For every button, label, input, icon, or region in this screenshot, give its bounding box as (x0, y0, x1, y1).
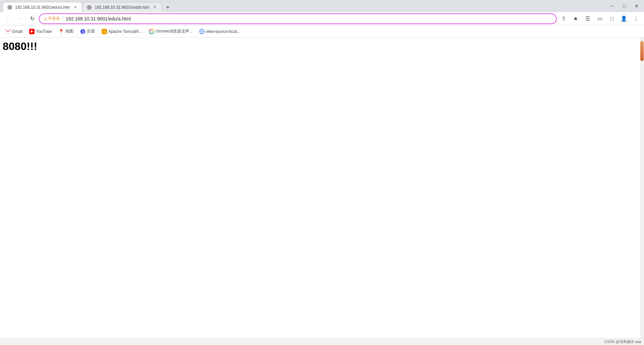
browser-window: 192.168.10.31:9001/edu/a.htm ✕ 192.168.1… (0, 0, 644, 345)
bookmark-star-button[interactable]: ★ (570, 13, 581, 24)
back-button[interactable]: ← (3, 13, 13, 24)
view-source-label: view-source:local... (206, 29, 240, 34)
maps-favicon-icon: 📍 (59, 29, 64, 34)
page-heading: 8080!!! (3, 40, 641, 53)
bookmark-baidu[interactable]: 百 百度 (77, 27, 98, 36)
tab-1-title: 192.168.10.31:9001/edu/a.htm (15, 5, 70, 10)
address-bar-divider (63, 16, 63, 21)
tab-1-favicon (7, 5, 12, 10)
tab-2[interactable]: 192.168.10.31:9001/vod/b.htm ✕ (82, 2, 162, 12)
bookmark-youtube[interactable]: YouTube (26, 27, 54, 36)
security-indicator: ⚠ 不安全 (44, 16, 60, 21)
nav-action-buttons: ⇧ ★ ☰ ▭ □ 👤 ⋮ (558, 13, 641, 24)
tab-2-title: 192.168.10.31:9001/vod/b.htm (95, 5, 149, 10)
gmail-favicon-icon (5, 29, 11, 34)
warning-icon: ⚠ (44, 16, 47, 21)
youtube-label: YouTube (36, 29, 52, 34)
chrome-favicon-icon (149, 29, 154, 34)
navigation-bar: ← → ↻ ⚠ 不安全 ⇧ ★ ☰ ▭ □ 👤 ⋮ (0, 12, 644, 25)
bookmarks-bar: Gmail YouTube 📍 地图 百 (0, 25, 644, 38)
scrollbar-thumb[interactable] (640, 41, 644, 61)
minimize-button[interactable]: ─ (608, 1, 617, 11)
security-label: 不安全 (48, 16, 60, 21)
status-text: CSDN @清风微亦 aaa (604, 339, 641, 344)
svg-text:T: T (103, 31, 105, 34)
status-bar: CSDN @清风微亦 aaa (0, 338, 644, 345)
tab-1-close-button[interactable]: ✕ (72, 5, 78, 10)
window-controls: ─ □ ✕ (608, 1, 641, 11)
baidu-label: 百度 (87, 28, 95, 34)
menu-button[interactable]: ⋮ (631, 13, 641, 24)
maximize-button[interactable]: □ (620, 1, 629, 11)
tab-strip: 192.168.10.31:9001/edu/a.htm ✕ 192.168.1… (3, 0, 606, 12)
extensions-button[interactable]: ☰ (582, 13, 593, 24)
address-bar: ⚠ 不安全 (39, 13, 557, 24)
split-screen-button[interactable]: □ (606, 13, 617, 24)
tab-2-close-button[interactable]: ✕ (152, 5, 157, 10)
chrome-browser-label: chrome浏览器没声... (156, 28, 193, 34)
maps-label: 地图 (65, 28, 73, 34)
address-input[interactable] (66, 16, 552, 21)
svg-text:百: 百 (81, 30, 85, 34)
baidu-favicon-icon: 百 (80, 29, 86, 34)
profile-button[interactable]: 👤 (619, 13, 629, 24)
scrollbar[interactable] (640, 38, 644, 338)
bookmark-tomcat[interactable]: T Apache Tomcat®... (99, 27, 145, 36)
bookmark-chrome[interactable]: chrome浏览器没声... (146, 27, 195, 36)
close-button[interactable]: ✕ (632, 1, 641, 11)
view-source-favicon-icon (199, 29, 205, 34)
new-tab-button[interactable]: + (163, 3, 172, 12)
share-button[interactable]: ⇧ (558, 13, 569, 24)
tomcat-label: Apache Tomcat®... (108, 29, 142, 34)
forward-button[interactable]: → (15, 13, 25, 24)
gmail-label: Gmail (12, 29, 22, 34)
bookmark-maps[interactable]: 📍 地图 (56, 27, 76, 36)
tab-2-favicon (87, 5, 92, 10)
bookmark-view-source[interactable]: view-source:local... (197, 27, 243, 36)
tab-1[interactable]: 192.168.10.31:9001/edu/a.htm ✕ (3, 2, 82, 12)
youtube-favicon-icon (29, 29, 35, 34)
media-router-button[interactable]: ▭ (594, 13, 605, 24)
reload-button[interactable]: ↻ (27, 13, 38, 24)
svg-point-6 (151, 31, 153, 33)
tomcat-favicon-icon: T (102, 29, 107, 34)
page-content: 8080!!! (0, 38, 644, 338)
title-bar: 192.168.10.31:9001/edu/a.htm ✕ 192.168.1… (0, 0, 644, 12)
bookmark-gmail[interactable]: Gmail (3, 27, 25, 36)
